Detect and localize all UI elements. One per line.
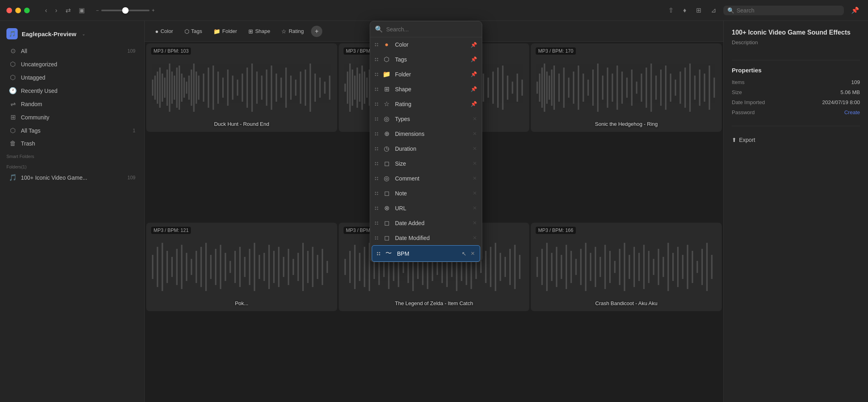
filter-button[interactable]: ⊿ (708, 5, 719, 16)
grid-item[interactable]: MP3 / BPM: 170 (531, 43, 722, 132)
minimize-button[interactable] (15, 8, 21, 13)
sidebar-item-untagged[interactable]: ⬡ Untagged (2, 71, 142, 84)
search-bar[interactable]: 🔍 (723, 6, 844, 15)
svg-rect-169 (349, 251, 351, 283)
panel-divider-2 (732, 126, 860, 126)
sidebar-item-uncategorized[interactable]: ⬡ Uncategorized (2, 57, 142, 71)
dropdown-item-folder[interactable]: 📁 Folder 📌 (370, 67, 482, 82)
svg-rect-109 (612, 74, 613, 102)
dropdown-item-color[interactable]: ● Color 📌 (370, 37, 482, 52)
pin-icon[interactable]: ✕ (473, 235, 477, 241)
svg-rect-46 (329, 76, 331, 100)
svg-rect-228 (648, 251, 650, 283)
nav-layout-button[interactable]: ⇄ (63, 5, 73, 16)
pin-icon[interactable]: 📌 (471, 71, 477, 77)
all-tags-icon: ⬡ (9, 127, 17, 134)
dropdown-item-shape[interactable]: ⊞ Shape 📌 (370, 82, 482, 96)
pin-icon[interactable]: ✕ (473, 146, 477, 152)
grid-view-button[interactable]: ⊞ (694, 5, 704, 16)
slider-track[interactable] (101, 10, 149, 11)
svg-rect-235 (682, 255, 684, 279)
waveform (531, 223, 722, 311)
dropdown-item-date-modified[interactable]: ◻ Date Modified ✕ (370, 230, 482, 245)
svg-rect-84 (497, 68, 499, 108)
sidebar-item-community[interactable]: ⊞ Community (2, 111, 142, 124)
svg-rect-54 (361, 66, 363, 110)
dimensions-item-icon: ⊕ (382, 130, 391, 137)
pin-icon[interactable]: ✕ (473, 131, 477, 137)
dropdown-item-rating[interactable]: ☆ Rating 📌 (370, 96, 482, 111)
zoom-slider[interactable]: − + (96, 8, 155, 13)
dropdown-item-size[interactable]: ◻ Size ✕ (370, 156, 482, 171)
create-password-link[interactable]: Create (844, 109, 860, 115)
slider-thumb[interactable] (122, 7, 129, 14)
share-button[interactable]: ⇧ (666, 5, 676, 16)
drag-handle (377, 252, 380, 255)
nav-sidebar-button[interactable]: ▣ (76, 5, 87, 16)
app-name: Eaglepack-Preview (22, 31, 76, 37)
pin-icon[interactable]: ✕ (471, 250, 475, 256)
search-input[interactable] (737, 7, 840, 14)
dropdown-item-bpm[interactable]: 〜 BPM ↖ ✕ (372, 245, 480, 262)
sidebar-item-all-tags[interactable]: ⬡ All Tags 1 (2, 124, 142, 137)
bpm-item-icon: 〜 (384, 249, 393, 258)
sidebar-item-random[interactable]: ⇌ Random (2, 97, 142, 111)
item-label: Size (395, 160, 469, 167)
pin-icon[interactable]: ✕ (473, 175, 477, 181)
bookmark-button[interactable]: ♦ (681, 5, 689, 16)
pin-icon[interactable]: 📌 (471, 42, 477, 48)
svg-rect-223 (624, 243, 626, 291)
svg-rect-41 (305, 70, 306, 106)
dropdown-search[interactable]: 🔍 (370, 21, 482, 37)
dropdown-item-duration[interactable]: ◷ Duration ✕ (370, 141, 482, 156)
pin-icon[interactable]: ✕ (473, 205, 477, 211)
nav-forward-button[interactable]: › (53, 5, 59, 16)
pin-icon[interactable]: 📌 (471, 101, 477, 107)
panel-divider (732, 60, 860, 60)
svg-rect-32 (261, 76, 263, 100)
close-button[interactable] (6, 8, 12, 13)
note-item-icon: ◻ (382, 189, 391, 197)
sidebar-item-recently-used[interactable]: 🕐 Recently Used (2, 84, 142, 97)
svg-rect-128 (704, 74, 706, 102)
sidebar-folder-item[interactable]: 🎵 100+ Iconic Video Game... 109 (2, 171, 142, 184)
svg-rect-93 (544, 64, 545, 112)
svg-rect-101 (573, 72, 575, 104)
pin-icon[interactable]: 📌 (471, 86, 477, 92)
dropdown-item-comment[interactable]: ◎ Comment ✕ (370, 171, 482, 186)
dropdown-item-date-added[interactable]: ◻ Date Added ✕ (370, 215, 482, 230)
item-label: Types (395, 116, 469, 122)
svg-rect-22 (213, 66, 214, 110)
svg-rect-147 (229, 261, 231, 273)
dropdown-item-tags[interactable]: ⬡ Tags 📌 (370, 52, 482, 67)
grid-item[interactable]: MP3 / BPM: 103 (146, 43, 337, 132)
rating-filter-button[interactable]: ☆ Rating (277, 26, 308, 37)
pin-icon[interactable]: ✕ (473, 160, 477, 166)
dropdown-search-input[interactable] (386, 26, 477, 33)
pin-icon[interactable]: ✕ (473, 190, 477, 196)
shape-filter-button[interactable]: ⊞ Shape (244, 26, 274, 37)
pin-button[interactable]: 📌 (849, 5, 862, 16)
maximize-button[interactable] (24, 8, 30, 13)
dropdown-item-url[interactable]: ⊗ URL ✕ (370, 201, 482, 215)
svg-rect-2 (157, 72, 158, 104)
svg-rect-7 (169, 64, 170, 112)
tags-filter-button[interactable]: ⬡ Tags (180, 26, 206, 37)
sidebar-item-trash[interactable]: 🗑 Trash (2, 137, 142, 150)
all-icon: ⊙ (9, 47, 17, 55)
dropdown-item-dimensions[interactable]: ⊕ Dimensions ✕ (370, 126, 482, 141)
folder-filter-button[interactable]: 📁 Folder (209, 26, 241, 37)
nav-back-button[interactable]: ‹ (43, 5, 49, 16)
export-button[interactable]: ⬆ Export (732, 137, 860, 143)
grid-item[interactable]: MP3 / BPM: 121 (146, 223, 337, 311)
color-filter-button[interactable]: ● Color (151, 26, 177, 37)
pin-icon[interactable]: ✕ (473, 220, 477, 226)
sidebar-item-all[interactable]: ⊙ All 109 (2, 44, 142, 57)
pin-icon[interactable]: ✕ (473, 116, 477, 122)
add-filter-button[interactable]: + (311, 26, 322, 37)
dropdown-item-note[interactable]: ◻ Note ✕ (370, 186, 482, 201)
svg-rect-199 (495, 243, 496, 291)
dropdown-item-types[interactable]: ◎ Types ✕ (370, 111, 482, 126)
grid-item[interactable]: MP3 / BPM: 166 (531, 223, 722, 311)
pin-icon[interactable]: 📌 (471, 56, 477, 62)
